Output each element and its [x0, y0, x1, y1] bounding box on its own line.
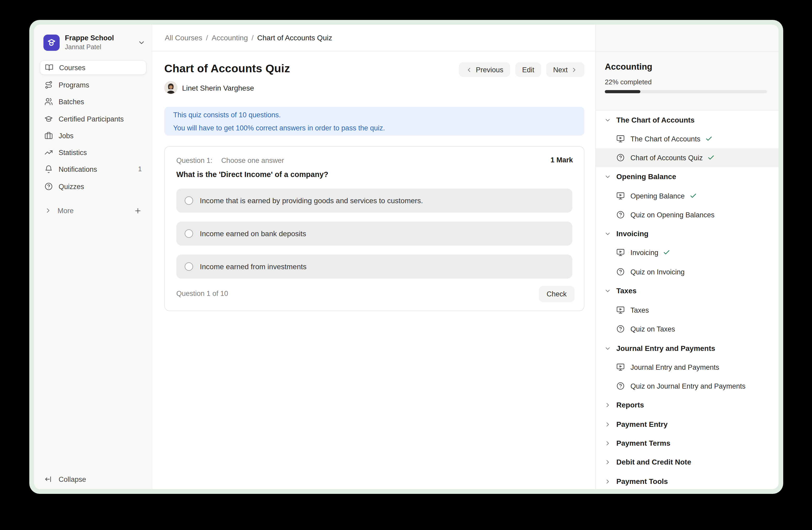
users-icon — [44, 97, 53, 106]
outline-item-label: Journal Entry and Payments — [630, 363, 719, 371]
outline-quiz-invoicing[interactable]: Quiz on Invoicing — [596, 262, 779, 281]
chevron-right-icon — [604, 421, 611, 428]
sidebar-item-programs[interactable]: Programs — [40, 78, 146, 92]
next-button[interactable]: Next — [546, 62, 584, 77]
outline-section-label: Invoicing — [616, 229, 649, 238]
question-text: What is the 'Direct Income' of a company… — [176, 170, 328, 179]
chevron-right-icon — [604, 402, 611, 408]
radio-icon[interactable] — [185, 229, 193, 238]
outline-section-journal-entry-and-payments[interactable]: Journal Entry and Payments — [596, 339, 779, 358]
outline-lesson-journal-entry-and-payments[interactable]: Journal Entry and Payments — [596, 358, 779, 377]
sidebar-item-more[interactable]: More — [40, 203, 146, 218]
outline-quiz-journal-entry-and-payments[interactable]: Quiz on Journal Entry and Payments — [596, 377, 779, 395]
radio-icon[interactable] — [185, 262, 193, 271]
sidebar-item-certified-participants[interactable]: Certified Participants — [40, 112, 146, 126]
sidebar-item-label: Quizzes — [59, 182, 84, 190]
collapse-sidebar-button[interactable]: Collapse — [40, 472, 146, 487]
check-icon — [663, 249, 670, 256]
outline-section-label: Payment Entry — [616, 420, 668, 428]
answer-option-3[interactable]: Income earned from investments — [176, 254, 572, 279]
sidebar-item-statistics[interactable]: Statistics — [40, 145, 146, 160]
outline-item-label: Opening Balance — [630, 192, 685, 200]
radio-icon[interactable] — [185, 196, 193, 205]
answer-option-label: Income earned from investments — [200, 262, 307, 271]
briefcase-icon — [44, 131, 53, 140]
chevron-down-icon[interactable] — [137, 39, 145, 46]
plus-icon[interactable] — [134, 207, 142, 214]
outline-quiz-opening-balances[interactable]: Quiz on Opening Balances — [596, 205, 779, 224]
chevron-right-icon — [44, 207, 52, 214]
sidebar-item-label: Statistics — [59, 149, 87, 156]
answer-option-label: Income that is earned by providing goods… — [200, 196, 423, 205]
check-button[interactable]: Check — [539, 286, 575, 302]
divider — [596, 51, 779, 52]
outline-quiz-taxes[interactable]: Quiz on Taxes — [596, 319, 779, 338]
breadcrumb: All Courses / Accounting / Chart of Acco… — [152, 25, 595, 51]
outline-item-label: Quiz on Taxes — [630, 325, 675, 333]
sidebar-item-label: More — [58, 207, 74, 214]
instructions-line-1: This quiz consists of 10 questions. — [173, 109, 576, 120]
outline-section-label: Reports — [616, 401, 644, 409]
chevron-down-icon — [604, 287, 611, 294]
desktop-background: Frappe School Jannat Patel Courses Progr… — [0, 0, 812, 530]
sidebar-item-quizzes[interactable]: Quizzes — [40, 179, 146, 194]
outline-section-invoicing[interactable]: Invoicing — [596, 224, 779, 243]
answer-option-2[interactable]: Income earned on bank deposits — [176, 222, 572, 246]
course-outline-header: Accounting 22% completed — [596, 25, 779, 111]
outline-lesson-chart-of-accounts[interactable]: The Chart of Accounts — [596, 129, 779, 148]
avatar — [164, 81, 177, 94]
question-card: Question 1: Choose one answer 1 Mark Wha… — [164, 146, 584, 311]
outline-quiz-chart-of-accounts-quiz[interactable]: Chart of Accounts Quiz — [596, 148, 779, 167]
collapse-left-icon — [44, 475, 53, 484]
outline-section-reports[interactable]: Reports — [596, 395, 779, 414]
outline-lesson-invoicing[interactable]: Invoicing — [596, 243, 779, 262]
outline-item-label: Quiz on Opening Balances — [630, 211, 714, 219]
book-open-icon — [45, 64, 53, 72]
sidebar-item-jobs[interactable]: Jobs — [40, 128, 146, 143]
chevron-right-icon — [604, 478, 611, 485]
course-outline-sidebar: Accounting 22% completed The Chart of Ac… — [595, 25, 779, 489]
outline-section-payment-entry[interactable]: Payment Entry — [596, 415, 779, 434]
outline-section-payment-tools[interactable]: Payment Tools — [596, 472, 779, 489]
outline-section-taxes[interactable]: Taxes — [596, 281, 779, 300]
answer-option-1[interactable]: Income that is earned by providing goods… — [176, 189, 572, 213]
outline-lesson-opening-balance[interactable]: Opening Balance — [596, 186, 779, 205]
course-progress-bar — [605, 90, 767, 93]
previous-button[interactable]: Previous — [459, 62, 510, 77]
help-circle-icon — [616, 382, 625, 390]
outline-section-payment-terms[interactable]: Payment Terms — [596, 434, 779, 452]
monitor-play-icon — [616, 248, 625, 256]
outline-section-opening-balance[interactable]: Opening Balance — [596, 167, 779, 186]
sidebar-item-batches[interactable]: Batches — [40, 94, 146, 109]
outline-lesson-taxes[interactable]: Taxes — [596, 301, 779, 319]
course-progress-fill — [605, 90, 640, 93]
breadcrumb-accounting[interactable]: Accounting — [212, 33, 248, 42]
outline-section-chart-of-accounts[interactable]: The Chart of Accounts — [596, 111, 779, 129]
author-name: Linet Sherin Varghese — [182, 84, 254, 92]
frappe-school-logo-icon — [43, 34, 60, 51]
outline-section-debit-and-credit-note[interactable]: Debit and Credit Note — [596, 452, 779, 471]
sidebar-item-courses[interactable]: Courses — [40, 60, 146, 75]
breadcrumb-separator: / — [206, 33, 208, 42]
edit-button[interactable]: Edit — [516, 62, 541, 77]
graduation-cap-icon — [44, 115, 53, 123]
collapse-label: Collapse — [59, 475, 86, 483]
chevron-right-icon — [604, 440, 611, 446]
workspace-title: Frappe School — [65, 34, 114, 42]
sidebar-item-notifications[interactable]: Notifications 1 — [40, 162, 146, 177]
question-number-label: Question 1: — [176, 157, 213, 165]
instructions-line-2: You will have to get 100% correct answer… — [173, 122, 576, 133]
monitor-play-icon — [616, 192, 625, 200]
check-icon — [689, 192, 697, 199]
next-label: Next — [553, 66, 568, 73]
edit-label: Edit — [522, 66, 534, 73]
route-icon — [44, 81, 53, 89]
breadcrumb-all-courses[interactable]: All Courses — [165, 33, 202, 42]
workspace-switcher[interactable]: Frappe School Jannat Patel — [43, 33, 145, 51]
chevron-left-icon — [466, 66, 473, 73]
check-label: Check — [547, 290, 567, 298]
workspace-user: Jannat Patel — [65, 43, 114, 51]
chevron-right-icon — [604, 459, 611, 465]
outline-section-label: Payment Terms — [616, 439, 670, 447]
app-window-frame: Frappe School Jannat Patel Courses Progr… — [29, 20, 783, 494]
